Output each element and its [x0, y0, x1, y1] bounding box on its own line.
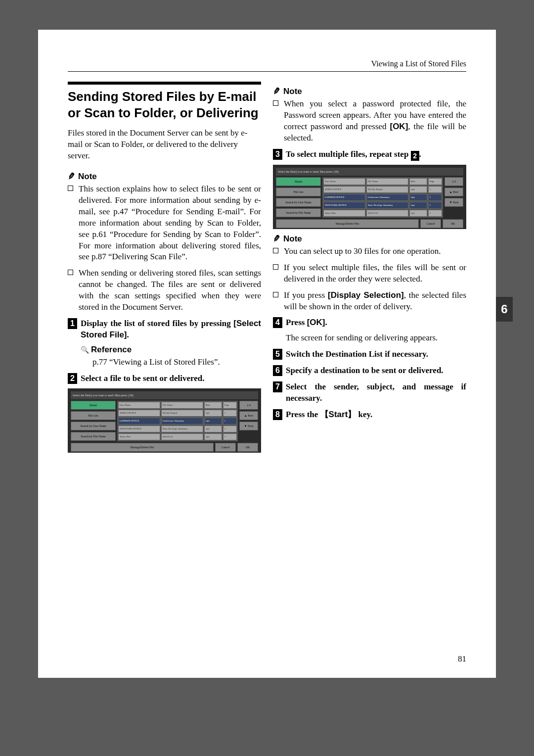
ss-left-button: Search by User Name: [276, 198, 321, 207]
step-a: 1 Display the list of stored files by pr…: [68, 318, 261, 341]
ss-col-header: Page: [223, 402, 237, 409]
ss-manage-button: Manage/Delete File: [276, 219, 419, 228]
step-number-icon: 4: [273, 317, 282, 328]
ss-left-button: Detail: [71, 401, 116, 410]
ss-cell: 1: [223, 418, 237, 425]
ss-cell: Apr.: [204, 425, 222, 432]
note-list-3: You can select up to 30 files for one op…: [273, 246, 466, 313]
ss-right-panel: 1/3 ▲ Prev ▼ Next: [445, 177, 463, 218]
ss-left-button: Search by File Name: [276, 208, 321, 217]
ss-ok-button: OK: [237, 443, 258, 452]
ss-cell: Apr.: [409, 210, 427, 217]
note-heading: Note: [68, 171, 261, 182]
section-title: Sending Stored Files by E-mail or Scan t…: [68, 82, 261, 121]
page-header-breadcrumb: Viewing a List of Stored Files: [68, 59, 466, 72]
step-d-body: The screen for sending or delivering app…: [286, 332, 466, 344]
step-number-icon: 5: [273, 349, 282, 360]
step-text: Press: [286, 318, 307, 327]
ss-manage-button: Manage/Delete File: [71, 443, 214, 452]
ss-cell-selected: LONDON OFFICE: [118, 418, 160, 425]
reference-heading: Reference: [81, 345, 261, 355]
ss-col-header: Date: [204, 402, 222, 409]
step-number-icon: 2: [68, 373, 77, 384]
note-item: You can select up to 30 files for one op…: [273, 246, 466, 257]
ss-cell: 1: [223, 433, 237, 440]
ss-left-button: File List: [71, 411, 116, 420]
note-list-2: When you select a password protected fil…: [273, 98, 466, 144]
step-number-icon: 3: [273, 149, 282, 160]
ss-left-button: Search by User Name: [71, 422, 116, 430]
ss-col-header: File Name: [366, 178, 408, 185]
reference-text: p.77 “Viewing a List of Stored Files”.: [92, 357, 261, 368]
chapter-tab: 6: [496, 297, 513, 322]
ss-cell: Apr.: [409, 194, 427, 201]
step-text: Select a file to be sent or delivered.: [81, 374, 205, 383]
ss-col-header: Page: [428, 178, 442, 185]
step-number-icon: 1: [68, 318, 77, 329]
note-heading: Note: [273, 233, 466, 244]
ss-cell: Apr.: [204, 410, 222, 417]
ss-col-header: User Name: [118, 402, 160, 409]
document-page: Viewing a List of Stored Files Sending S…: [38, 30, 496, 678]
step-ref-icon: 2: [411, 151, 419, 161]
step-number-icon: 7: [273, 381, 282, 392]
step-text: Specify a destination to be sent or deli…: [286, 366, 444, 375]
ss-ok-button: OK: [443, 219, 463, 228]
note-item: This section explains how to select file…: [68, 184, 261, 263]
device-screenshot-2: Select the file(s) you want to send. Max…: [273, 165, 466, 229]
ss-bottom-bar: Manage/Delete File Cancel OK: [276, 219, 463, 228]
step-text: Display the list of stored files by pres…: [81, 319, 233, 328]
note-list-1: This section explains how to select file…: [68, 184, 261, 313]
step-e: 5 Switch the Destination List if necessa…: [273, 349, 466, 360]
ss-right-panel: 1/3 ▲ Prev ▼ Next: [239, 401, 258, 441]
ui-key-label: [OK]: [307, 318, 325, 327]
ss-cell: Weekly Report: [161, 410, 203, 417]
ss-cell: 1: [428, 210, 442, 217]
left-column: Sending Stored Files by E-mail or Scan t…: [68, 82, 261, 457]
ss-cell-selected: Conference Summary: [161, 418, 203, 425]
step-text: .: [127, 330, 129, 339]
ss-left-button: Search by File Name: [71, 432, 116, 441]
step-number-icon: 6: [273, 365, 282, 376]
ss-file-list: User Name File Name Date Page JONES OFFI…: [117, 401, 238, 441]
ss-cell: 1: [223, 410, 237, 417]
ss-pager: 1/3: [445, 177, 463, 186]
ss-cell: James Dun: [118, 433, 160, 440]
ss-bottom-bar: Manage/Delete File Cancel OK: [71, 443, 258, 452]
step-g: 7 Select the sender, subject, and messag…: [273, 381, 466, 404]
ss-cell-selected: LONDON OFFICE: [323, 194, 365, 201]
ss-cell: 042525.01: [366, 210, 408, 217]
ss-topbar: Select the file(s) you want to send. Max…: [71, 391, 258, 399]
ss-cell: Apr.: [204, 433, 222, 440]
step-f: 6 Specify a destination to be sent or de…: [273, 365, 466, 377]
ss-col-header: File Name: [161, 402, 203, 409]
ss-cell: Store Develop. Summary: [161, 425, 203, 432]
ss-file-list: User Name File Name Date Page JONES OFFI…: [322, 177, 443, 218]
ss-cell: NEWYORK OFFICE: [118, 425, 160, 432]
ss-cell: 1: [428, 194, 442, 201]
ss-left-button: Detail: [276, 177, 321, 186]
ss-cell-selected: Store Develop. Summary: [366, 202, 408, 209]
step-text: Press the: [286, 410, 320, 419]
step-number-icon: 8: [273, 409, 282, 420]
ss-cell: Apr.: [204, 418, 222, 425]
ss-left-panel: Detail File List Search by User Name Sea…: [276, 177, 321, 218]
hardware-key-label: 【Start】: [320, 410, 356, 419]
step-text: To select multiple files, repeat step: [286, 149, 411, 159]
ui-key-label: [Display Selection]: [328, 290, 404, 300]
ss-cell-selected: Conference Summary: [366, 194, 408, 201]
ss-prev-button: ▲ Prev: [445, 188, 463, 196]
step-b: 2 Select a file to be sent or delivered.: [68, 373, 261, 384]
ss-cancel-button: Cancel: [215, 443, 236, 452]
intro-paragraph: Files stored in the Document Server can …: [68, 128, 261, 162]
ss-cell: James Dun: [323, 210, 365, 217]
ss-cell: JONES OFFICE: [118, 410, 160, 417]
ss-cell: 1: [223, 425, 237, 432]
note-item: If you select multiple files, the files …: [273, 262, 466, 285]
ss-cell: Weekly Report: [366, 186, 408, 193]
ss-cancel-button: Cancel: [420, 219, 441, 228]
ss-col-header: User Name: [323, 178, 365, 185]
ss-prev-button: ▲ Prev: [239, 411, 258, 420]
ss-col-header: Date: [409, 178, 427, 185]
step-c: 3 To select multiple files, repeat step …: [273, 149, 466, 161]
